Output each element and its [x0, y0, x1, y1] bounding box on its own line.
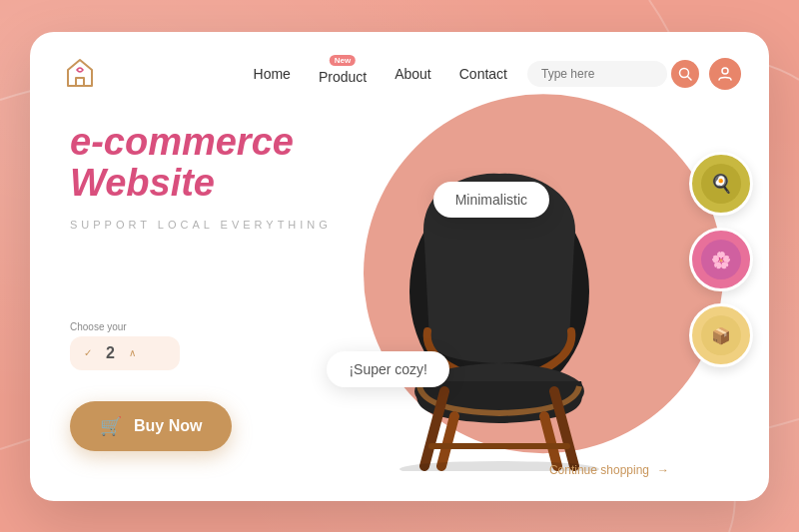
quantity-label: Choose your: [70, 321, 180, 332]
qty-up-section: ∧: [129, 348, 136, 358]
quantity-control: ✓ 2 ∧: [70, 336, 180, 370]
quantity-section: Choose your ✓ 2 ∧: [70, 321, 180, 370]
logo-icon[interactable]: [58, 52, 102, 96]
continue-shopping-link[interactable]: Continue shopping →: [549, 463, 669, 477]
qty-decrease-button[interactable]: ✓: [84, 348, 92, 358]
thumbnail-list: 🍳 🌸 📦: [689, 152, 753, 367]
basket-icon: 🛒: [100, 415, 122, 437]
product-badge: New: [330, 55, 356, 66]
main-card: Home New Product About Contact: [30, 32, 769, 501]
chair-image: [330, 112, 669, 471]
nav-product[interactable]: New Product: [319, 63, 367, 85]
continue-label: Continue shopping: [549, 463, 649, 477]
thumbnail-boxes[interactable]: 📦: [689, 303, 753, 367]
svg-line-2: [688, 76, 692, 80]
svg-text:📦: 📦: [711, 326, 731, 345]
qty-down-arrow: ✓: [84, 348, 92, 358]
continue-arrow-icon: →: [657, 463, 669, 477]
svg-line-7: [544, 416, 557, 466]
hero-content: e-commerce Website SUPPORT LOCAL EVERYTH…: [70, 122, 332, 232]
nav-links: Home New Product About Contact: [254, 63, 507, 85]
svg-rect-0: [58, 52, 102, 96]
svg-line-6: [441, 416, 454, 466]
tag-cozy[interactable]: ¡Super cozy!: [327, 351, 449, 387]
buy-now-label: Buy Now: [134, 417, 202, 435]
nav-about[interactable]: About: [395, 66, 431, 82]
svg-text:🍳: 🍳: [710, 173, 733, 195]
nav-home[interactable]: Home: [254, 66, 291, 82]
nav-contact[interactable]: Contact: [459, 66, 507, 82]
search-bar: [527, 61, 667, 87]
tag-minimalistic[interactable]: Minimalistic: [433, 182, 549, 218]
thumbnail-arch[interactable]: 🌸: [689, 228, 753, 291]
hero-subtitle: SUPPORT LOCAL EVERYTHING: [70, 219, 332, 231]
thumbnail-kitchen[interactable]: 🍳: [689, 152, 753, 216]
hero-title: e-commerce Website: [70, 122, 332, 206]
qty-increase-button[interactable]: ∧: [129, 348, 136, 358]
svg-text:🌸: 🌸: [711, 251, 731, 269]
user-button[interactable]: [709, 58, 741, 90]
quantity-value: 2: [106, 344, 115, 362]
search-input[interactable]: [541, 67, 653, 81]
search-button[interactable]: [671, 60, 699, 88]
navbar: Home New Product About Contact: [30, 32, 769, 96]
buy-now-button[interactable]: 🛒 Buy Now: [70, 401, 232, 451]
svg-point-3: [722, 68, 728, 74]
